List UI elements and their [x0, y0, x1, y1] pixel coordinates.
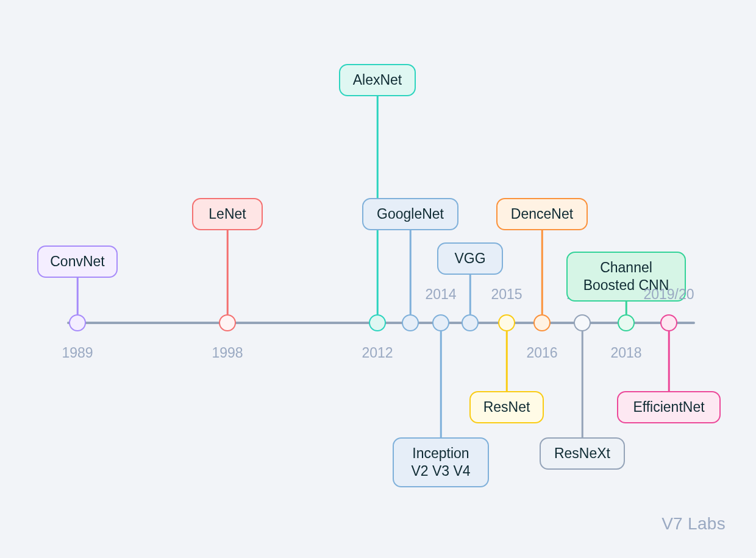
timeline-year-inception: 2014 — [425, 286, 456, 303]
timeline-dot-icon — [660, 314, 677, 331]
timeline-stem-resnet — [506, 331, 508, 391]
timeline-diagram: ConvNet1989LeNet1998AlexNet2012GoogleNet… — [0, 0, 756, 558]
timeline-node-alexnet — [369, 314, 386, 331]
timeline-stem-effnet — [668, 331, 670, 391]
timeline-card-googlenet: GoogleNet — [362, 198, 458, 230]
timeline-node-googlenet — [402, 314, 419, 331]
timeline-dot-icon — [498, 314, 515, 331]
timeline-stem-dencenet — [541, 230, 543, 314]
timeline-card-lenet: LeNet — [192, 198, 263, 230]
timeline-dot-icon — [369, 314, 386, 331]
timeline-node-effnet — [660, 314, 677, 331]
timeline-stem-googlenet — [410, 230, 412, 314]
timeline-year-effnet: 2019/20 — [643, 286, 694, 303]
timeline-stem-vgg — [469, 275, 471, 314]
timeline-year-cbcnn: 2018 — [610, 345, 641, 361]
timeline-node-cbcnn — [618, 314, 635, 331]
timeline-stem-lenet — [227, 230, 229, 314]
timeline-stem-resnext — [582, 331, 583, 437]
timeline-dot-icon — [432, 314, 449, 331]
timeline-year-convnet: 1989 — [62, 345, 93, 361]
timeline-stem-cbcnn — [626, 302, 627, 315]
timeline-node-convnet — [69, 314, 86, 331]
timeline-dot-icon — [618, 314, 635, 331]
timeline-dot-icon — [219, 314, 236, 331]
timeline-node-vgg — [462, 314, 479, 331]
timeline-year-lenet: 1998 — [212, 345, 243, 361]
timeline-card-alexnet: AlexNet — [339, 64, 416, 96]
timeline-card-effnet: EfficientNet — [617, 391, 721, 423]
timeline-card-inception: InceptionV2 V3 V4 — [393, 437, 489, 487]
timeline-node-inception — [432, 314, 449, 331]
timeline-card-resnext: ResNeXt — [540, 437, 625, 470]
timeline-dot-icon — [462, 314, 479, 331]
timeline-stem-convnet — [77, 278, 79, 314]
timeline-stem-inception — [440, 331, 442, 437]
timeline-card-convnet: ConvNet — [37, 245, 118, 278]
timeline-card-dencenet: DenceNet — [496, 198, 588, 230]
timeline-dot-icon — [69, 314, 86, 331]
timeline-year-dencenet: 2016 — [526, 345, 557, 361]
timeline-node-dencenet — [533, 314, 551, 331]
timeline-node-lenet — [219, 314, 236, 331]
timeline-node-resnet — [498, 314, 515, 331]
timeline-year-resnet: 2015 — [491, 286, 522, 303]
attribution-label: V7 Labs — [661, 514, 726, 534]
timeline-dot-icon — [402, 314, 419, 331]
timeline-card-resnet: ResNet — [469, 391, 544, 423]
timeline-card-vgg: VGG — [437, 242, 503, 275]
timeline-node-resnext — [574, 314, 591, 331]
timeline-dot-icon — [574, 314, 591, 331]
timeline-dot-icon — [533, 314, 551, 331]
timeline-year-alexnet: 2012 — [362, 345, 393, 361]
